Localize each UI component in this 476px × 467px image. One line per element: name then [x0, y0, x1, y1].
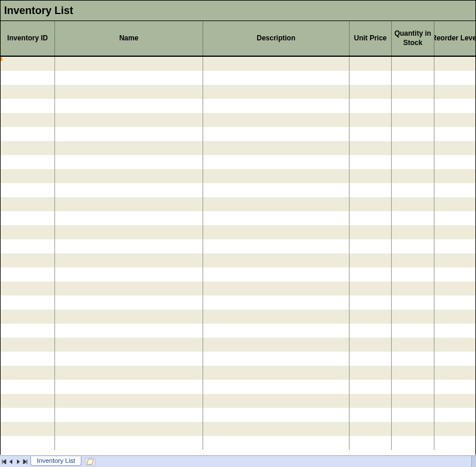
col-header-description[interactable]: Description: [203, 21, 350, 56]
table-cell[interactable]: [55, 310, 203, 324]
table-cell[interactable]: [350, 352, 392, 366]
table-cell[interactable]: [1, 324, 55, 338]
table-cell[interactable]: [203, 253, 350, 267]
table-cell[interactable]: [434, 71, 475, 85]
table-row[interactable]: [1, 422, 475, 436]
next-sheet-button[interactable]: [15, 458, 21, 466]
table-cell[interactable]: [1, 394, 55, 408]
table-cell[interactable]: [434, 436, 475, 450]
table-cell[interactable]: [203, 99, 350, 113]
table-cell[interactable]: [203, 352, 350, 366]
table-cell[interactable]: [350, 296, 392, 310]
table-row[interactable]: [1, 57, 475, 71]
table-cell[interactable]: [434, 380, 475, 394]
table-cell[interactable]: [1, 296, 55, 310]
table-cell[interactable]: [392, 71, 434, 85]
table-cell[interactable]: [203, 169, 350, 183]
table-cell[interactable]: [434, 296, 475, 310]
table-cell[interactable]: [392, 394, 434, 408]
col-header-inventory-id[interactable]: Inventory ID: [1, 21, 55, 56]
table-cell[interactable]: [1, 99, 55, 113]
table-cell[interactable]: [350, 99, 392, 113]
table-cell[interactable]: [350, 197, 392, 211]
table-cell[interactable]: [1, 366, 55, 380]
table-cell[interactable]: [434, 394, 475, 408]
table-cell[interactable]: [55, 366, 203, 380]
table-cell[interactable]: [350, 155, 392, 169]
table-cell[interactable]: [392, 113, 434, 127]
table-cell[interactable]: [203, 296, 350, 310]
table-cell[interactable]: [392, 253, 434, 267]
table-cell[interactable]: [203, 57, 350, 71]
table-row[interactable]: [1, 197, 475, 211]
table-cell[interactable]: [55, 141, 203, 155]
scroll-handle[interactable]: [471, 456, 476, 467]
table-cell[interactable]: [434, 324, 475, 338]
table-cell[interactable]: [1, 408, 55, 422]
table-cell[interactable]: [392, 85, 434, 99]
table-cell[interactable]: [1, 183, 55, 197]
table-cell[interactable]: [55, 380, 203, 394]
table-cell[interactable]: [203, 127, 350, 141]
prev-sheet-button[interactable]: [8, 458, 14, 466]
table-cell[interactable]: [1, 197, 55, 211]
table-cell[interactable]: [55, 436, 203, 450]
table-cell[interactable]: [392, 211, 434, 225]
table-cell[interactable]: [434, 366, 475, 380]
table-cell[interactable]: [434, 99, 475, 113]
table-row[interactable]: [1, 380, 475, 394]
table-cell[interactable]: [434, 253, 475, 267]
table-cell[interactable]: [392, 380, 434, 394]
table-cell[interactable]: [350, 71, 392, 85]
table-cell[interactable]: [203, 380, 350, 394]
col-header-quantity-in-stock[interactable]: Quantity in Stock: [392, 21, 434, 56]
table-cell[interactable]: [55, 408, 203, 422]
table-cell[interactable]: [55, 113, 203, 127]
sheet-tab-inventory-list[interactable]: Inventory List: [30, 456, 81, 466]
table-cell[interactable]: [55, 57, 203, 71]
table-cell[interactable]: [1, 71, 55, 85]
table-cell[interactable]: [1, 338, 55, 352]
col-header-name[interactable]: Name: [55, 21, 203, 56]
table-cell[interactable]: [392, 155, 434, 169]
table-cell[interactable]: [55, 267, 203, 281]
table-row[interactable]: [1, 310, 475, 324]
table-cell[interactable]: [203, 267, 350, 281]
table-cell[interactable]: [55, 253, 203, 267]
table-row[interactable]: [1, 113, 475, 127]
table-row[interactable]: [1, 127, 475, 141]
table-cell[interactable]: [350, 113, 392, 127]
table-cell[interactable]: [350, 239, 392, 253]
table-cell[interactable]: [1, 127, 55, 141]
table-cell[interactable]: [434, 155, 475, 169]
last-sheet-button[interactable]: [22, 458, 28, 466]
table-cell[interactable]: [203, 155, 350, 169]
table-cell[interactable]: [203, 436, 350, 450]
table-cell[interactable]: [350, 141, 392, 155]
table-cell[interactable]: [55, 127, 203, 141]
table-row[interactable]: [1, 99, 475, 113]
table-cell[interactable]: [1, 253, 55, 267]
table-cell[interactable]: [203, 281, 350, 296]
table-cell[interactable]: [434, 225, 475, 239]
table-cell[interactable]: [55, 239, 203, 253]
first-sheet-button[interactable]: [1, 458, 7, 466]
table-cell[interactable]: [350, 380, 392, 394]
table-cell[interactable]: [434, 211, 475, 225]
table-cell[interactable]: [350, 267, 392, 281]
table-cell[interactable]: [434, 85, 475, 99]
table-cell[interactable]: [203, 338, 350, 352]
table-cell[interactable]: [392, 141, 434, 155]
new-sheet-button[interactable]: [85, 458, 95, 466]
table-cell[interactable]: [392, 197, 434, 211]
table-cell[interactable]: [434, 169, 475, 183]
table-cell[interactable]: [1, 85, 55, 99]
table-cell[interactable]: [350, 211, 392, 225]
table-cell[interactable]: [1, 267, 55, 281]
table-cell[interactable]: [55, 281, 203, 296]
table-cell[interactable]: [434, 422, 475, 436]
table-cell[interactable]: [1, 141, 55, 155]
table-cell[interactable]: [392, 239, 434, 253]
table-cell[interactable]: [203, 113, 350, 127]
table-cell[interactable]: [55, 71, 203, 85]
